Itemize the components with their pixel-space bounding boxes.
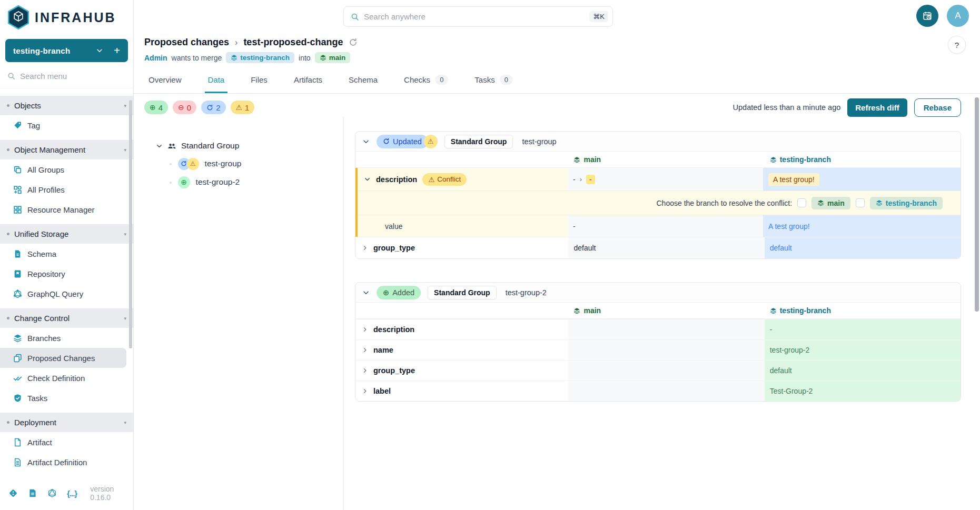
main-value-empty: [568, 319, 764, 339]
conflict-badge: ⚠ Conflict: [422, 173, 467, 186]
tab-data[interactable]: Data: [205, 67, 228, 93]
section-bullet-icon: [7, 233, 9, 235]
sidebar-item-graphql-query[interactable]: GraphQL Query: [0, 284, 133, 304]
page-scrollbar[interactable]: [975, 97, 979, 312]
chevron-right-icon[interactable]: [362, 388, 368, 394]
sidebar-item-artifact-definition[interactable]: Artifact Definition: [0, 452, 133, 472]
refresh-diff-button[interactable]: Refresh diff: [847, 98, 907, 117]
version-label: version 0.16.0: [90, 485, 126, 502]
merge-action-text: wants to merge: [172, 54, 222, 62]
resolve-option-main[interactable]: main: [811, 197, 850, 209]
resolve-option-testing-branch[interactable]: testing-branch: [870, 197, 943, 209]
branch-value: test-group-2: [770, 346, 809, 354]
bullet-icon: ◦: [170, 160, 172, 168]
diff-card-test-group-2: ⊕ Added Standard Group test-group-2 main…: [355, 282, 961, 402]
tab-tasks[interactable]: Tasks 0: [471, 67, 516, 93]
tab-checks[interactable]: Checks 0: [401, 67, 451, 93]
collapse-chevron-icon[interactable]: [362, 138, 370, 145]
sidebar-item-all-groups[interactable]: All Groups: [0, 159, 133, 179]
chevron-right-icon[interactable]: [362, 347, 368, 353]
sidebar-scrollbar[interactable]: [129, 100, 132, 348]
git-icon[interactable]: [8, 488, 18, 498]
refresh-icon[interactable]: [349, 38, 358, 47]
global-search-input[interactable]: Search anywhere ⌘K: [343, 6, 613, 27]
property-column-header: [355, 303, 568, 318]
menu-search-placeholder: Search menu: [20, 72, 67, 81]
rebase-button[interactable]: Rebase: [914, 98, 961, 117]
sidebar-item-schema[interactable]: Schema: [0, 244, 133, 264]
chevron-right-icon[interactable]: [362, 326, 368, 333]
resolve-main-checkbox[interactable]: [797, 198, 806, 207]
tab-overview[interactable]: Overview: [145, 67, 185, 93]
tasks-count-badge: 0: [500, 75, 513, 85]
collapse-chevron-icon[interactable]: [362, 289, 370, 296]
chevron-right-icon[interactable]: [362, 367, 368, 374]
column-label: testing-branch: [780, 155, 831, 164]
breadcrumb-parent[interactable]: Proposed changes: [144, 37, 229, 48]
tab-files[interactable]: Files: [248, 67, 271, 93]
sidebar-item-all-profiles[interactable]: All Profiles: [0, 179, 133, 199]
logo[interactable]: INFRAHUB: [0, 0, 133, 34]
artifact-definition-icon: [13, 458, 22, 467]
main-column-header: main: [568, 303, 764, 318]
sidebar-item-proposed-changes[interactable]: Proposed Changes: [0, 348, 126, 368]
sidebar-nav: Objects ▾ Tag Object Management ▾ All Gr…: [0, 88, 133, 485]
nav-section-label: Objects: [14, 101, 41, 110]
section-bullet-icon: [7, 104, 9, 107]
add-branch-button[interactable]: +: [114, 45, 120, 57]
sidebar-item-check-definition[interactable]: Check Definition: [0, 368, 133, 388]
breadcrumb: Proposed changes › test-proposed-change: [144, 37, 358, 48]
task-timeline-button[interactable]: [916, 5, 938, 27]
avatar[interactable]: A: [947, 5, 969, 27]
chevron-down-icon[interactable]: [364, 176, 371, 183]
status-cluster: Updated ⚠: [377, 135, 438, 148]
source-branch-badge[interactable]: testing-branch: [226, 52, 294, 63]
infrahub-logo-icon: [7, 5, 29, 29]
target-branch-badge[interactable]: main: [315, 52, 351, 63]
author-link[interactable]: Admin: [144, 54, 167, 62]
sidebar: INFRAHUB testing-branch + Search menu Ob…: [0, 0, 134, 510]
sidebar-item-tasks[interactable]: Tasks: [0, 388, 133, 408]
sidebar-item-repository[interactable]: Repository: [0, 264, 133, 284]
nav-section-object-management[interactable]: Object Management ▾: [0, 140, 133, 159]
sidebar-item-artifact[interactable]: Artifact: [0, 432, 133, 452]
object-kind-badge: Standard Group: [428, 286, 497, 299]
menu-search-input[interactable]: Search menu: [0, 64, 133, 88]
sidebar-footer: {...} version 0.16.0: [0, 485, 133, 510]
tab-artifacts[interactable]: Artifacts: [291, 67, 325, 93]
tree-node-test-group[interactable]: ◦ ⚠ test-group: [170, 156, 343, 172]
grid-icon: [13, 205, 22, 214]
property-row-name[interactable]: name test-group-2: [355, 339, 961, 360]
graphql-sandbox-icon[interactable]: [47, 488, 57, 498]
swagger-braces-icon[interactable]: {...}: [67, 489, 77, 498]
docs-icon[interactable]: [28, 488, 37, 498]
tab-schema[interactable]: Schema: [345, 67, 381, 93]
sidebar-item-tag[interactable]: Tag: [0, 115, 133, 135]
help-button[interactable]: ?: [948, 36, 966, 54]
column-label: testing-branch: [780, 306, 831, 315]
property-row-description[interactable]: description ⚠ Conflict - › - A: [358, 168, 961, 191]
property-row-label[interactable]: label Test-Group-2: [355, 381, 961, 401]
nav-section-deployment[interactable]: Deployment ▾: [0, 413, 133, 432]
property-row-description[interactable]: description -: [355, 319, 961, 339]
proposed-changes-icon: [13, 354, 22, 363]
branch-value: A test group!: [768, 222, 810, 231]
branch-selector[interactable]: testing-branch +: [5, 39, 128, 62]
property-row-group-type[interactable]: group_type default: [355, 360, 961, 381]
sidebar-item-label: Tasks: [27, 394, 47, 403]
resolve-branch-checkbox[interactable]: [856, 198, 865, 207]
chevron-right-icon[interactable]: [362, 245, 368, 251]
property-row-group-type[interactable]: group_type default default: [355, 237, 961, 258]
checks-count-badge: 0: [435, 75, 448, 85]
nav-section-unified-storage[interactable]: Unified Storage ▾: [0, 224, 133, 244]
nav-section-change-control[interactable]: Change Control ▾: [0, 308, 133, 328]
sidebar-item-branches[interactable]: Branches: [0, 328, 133, 348]
tree-node-standard-group[interactable]: Standard Group: [156, 141, 343, 151]
main-value-empty: [568, 361, 764, 381]
nav-section-objects[interactable]: Objects ▾: [0, 96, 133, 115]
sidebar-item-resource-manager[interactable]: Resource Manager: [0, 199, 133, 219]
merge-summary: Admin wants to merge testing-branch into…: [144, 52, 350, 63]
tree-node-test-group-2[interactable]: ◦ ⊕ test-group-2: [170, 174, 343, 190]
property-row-value: value - A test group!: [358, 215, 961, 237]
chevron-down-icon: [156, 143, 163, 149]
